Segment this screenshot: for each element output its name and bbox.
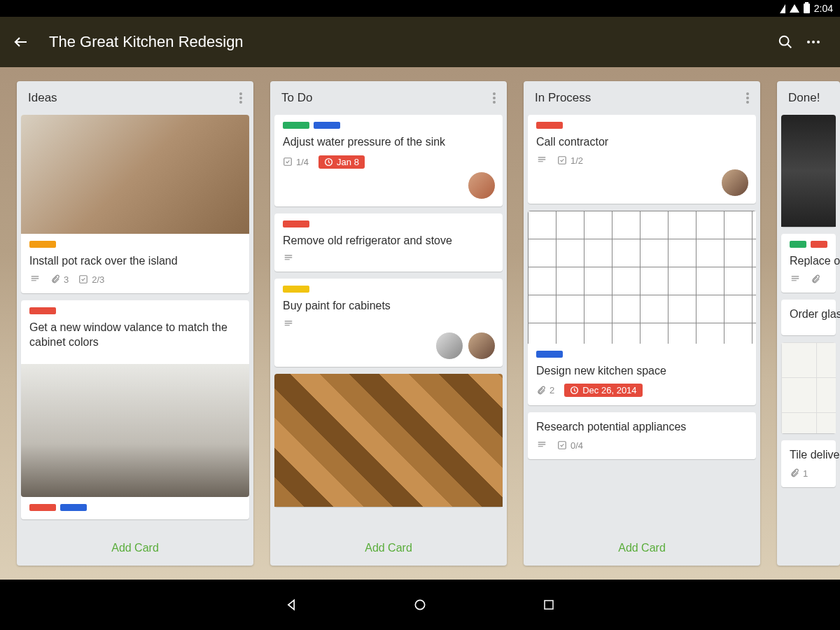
description-icon bbox=[536, 440, 547, 450]
status-time: 2:04 bbox=[814, 3, 833, 14]
description-icon bbox=[283, 319, 294, 329]
due-date-badge: Dec 26, 2014 bbox=[564, 384, 642, 397]
label-red bbox=[811, 241, 827, 248]
list-menu-button[interactable] bbox=[746, 92, 749, 104]
card-title: Design new kitchen space bbox=[536, 363, 748, 379]
label-red bbox=[536, 122, 563, 129]
list-title: Ideas bbox=[28, 91, 57, 105]
svg-rect-8 bbox=[545, 601, 553, 609]
board-area[interactable]: Ideas Install pot rack over the island 3… bbox=[0, 67, 840, 580]
card[interactable] bbox=[274, 374, 503, 507]
checklist-badge: 1/2 bbox=[557, 155, 583, 166]
card[interactable]: Order glass bbox=[781, 300, 836, 336]
attachments-badge: 2 bbox=[536, 385, 554, 396]
description-icon bbox=[283, 253, 294, 263]
card[interactable]: Replace old ones bbox=[781, 234, 836, 293]
description-icon bbox=[790, 274, 801, 284]
svg-point-0 bbox=[780, 36, 789, 46]
label-green bbox=[283, 122, 309, 129]
card-title: Tile delivered bbox=[790, 447, 827, 463]
add-card-button[interactable]: Add Card bbox=[17, 531, 253, 566]
member-avatar bbox=[468, 172, 496, 200]
label-red bbox=[283, 220, 309, 227]
label-red bbox=[29, 307, 56, 314]
svg-rect-4 bbox=[559, 157, 566, 164]
card[interactable]: Buy paint for cabinets bbox=[274, 279, 503, 367]
list-menu-button[interactable] bbox=[239, 92, 242, 104]
label-yellow bbox=[283, 286, 309, 293]
list-done: Done! Replace old ones Order glass Tile … bbox=[777, 81, 840, 566]
card-title: Install pot rack over the island bbox=[29, 253, 241, 269]
card-title: Remove old refrigerator and stove bbox=[283, 233, 494, 248]
nav-recents-button[interactable] bbox=[540, 596, 557, 613]
search-button[interactable] bbox=[771, 28, 799, 56]
add-card-button[interactable]: Add Card bbox=[524, 531, 760, 566]
battery-icon bbox=[804, 4, 810, 13]
list-in-process: In Process Call contractor 1/2 bbox=[524, 81, 760, 566]
card-cover-image bbox=[21, 364, 249, 497]
overflow-menu-button[interactable] bbox=[799, 28, 827, 56]
card[interactable]: Remove old refrigerator and stove bbox=[274, 214, 503, 272]
add-card-button[interactable]: Add Card bbox=[270, 531, 507, 566]
card-cover-image bbox=[781, 342, 836, 433]
card-cover-image bbox=[781, 115, 836, 227]
card-title: Adjust water pressure of the sink bbox=[283, 134, 494, 150]
card[interactable] bbox=[781, 342, 836, 433]
description-icon bbox=[29, 274, 41, 284]
back-button[interactable] bbox=[13, 34, 29, 50]
card-title: Call contractor bbox=[536, 134, 748, 150]
card-title: Buy paint for cabinets bbox=[283, 298, 494, 314]
attachments-badge bbox=[811, 274, 820, 284]
cell-signal-icon bbox=[790, 4, 799, 13]
label-red bbox=[29, 504, 56, 511]
wifi-icon bbox=[780, 4, 785, 13]
label-blue bbox=[536, 351, 563, 358]
card[interactable]: Design new kitchen space 2 Dec 26, 2014 bbox=[528, 211, 756, 406]
card[interactable]: Call contractor 1/2 bbox=[528, 115, 756, 204]
label-orange bbox=[29, 241, 56, 248]
card-cover-image bbox=[21, 115, 249, 234]
attachments-badge: 1 bbox=[790, 468, 808, 479]
svg-rect-2 bbox=[284, 158, 292, 166]
list-title: In Process bbox=[535, 91, 591, 105]
card-title: Order glass bbox=[790, 307, 827, 322]
card[interactable]: Install pot rack over the island 3 2/3 bbox=[21, 115, 249, 293]
nav-home-button[interactable] bbox=[412, 596, 428, 613]
label-blue bbox=[60, 504, 87, 511]
svg-rect-1 bbox=[80, 276, 88, 284]
board-title: The Great Kitchen Redesign bbox=[49, 33, 771, 51]
description-icon bbox=[536, 155, 547, 165]
svg-point-7 bbox=[415, 600, 424, 609]
label-blue bbox=[314, 122, 340, 129]
android-nav-bar bbox=[0, 580, 840, 630]
list-ideas: Ideas Install pot rack over the island 3… bbox=[17, 81, 253, 566]
attachments-badge: 3 bbox=[50, 274, 69, 285]
card-cover-image bbox=[528, 211, 756, 344]
card-cover-image bbox=[274, 374, 503, 507]
list-title: To Do bbox=[281, 91, 312, 105]
member-avatar bbox=[468, 332, 496, 360]
label-green bbox=[790, 241, 806, 248]
list-title: Done! bbox=[788, 91, 820, 105]
card[interactable]: Get a new window valance to match the ca… bbox=[21, 300, 249, 519]
nav-back-button[interactable] bbox=[283, 596, 300, 613]
due-date-badge: Jan 8 bbox=[318, 155, 365, 169]
checklist-badge: 2/3 bbox=[78, 274, 104, 285]
checklist-badge: 1/4 bbox=[283, 157, 309, 167]
checklist-badge: 0/4 bbox=[557, 440, 583, 451]
list-todo: To Do Adjust water pressure of the sink … bbox=[270, 81, 507, 566]
status-bar: 2:04 bbox=[0, 0, 840, 17]
card[interactable]: Research potential appliances 0/4 bbox=[528, 412, 756, 459]
svg-rect-6 bbox=[559, 442, 566, 449]
member-avatar bbox=[435, 332, 463, 360]
card[interactable]: Adjust water pressure of the sink 1/4 Ja… bbox=[274, 115, 503, 206]
card[interactable]: Tile delivered 1 bbox=[781, 440, 836, 487]
member-avatar bbox=[721, 169, 749, 197]
list-menu-button[interactable] bbox=[493, 92, 496, 104]
app-bar: The Great Kitchen Redesign bbox=[0, 17, 840, 67]
card[interactable] bbox=[781, 115, 836, 227]
card-title: Replace old ones bbox=[790, 253, 827, 269]
card-title: Research potential appliances bbox=[536, 419, 748, 435]
card-title: Get a new window valance to match the ca… bbox=[29, 320, 241, 350]
